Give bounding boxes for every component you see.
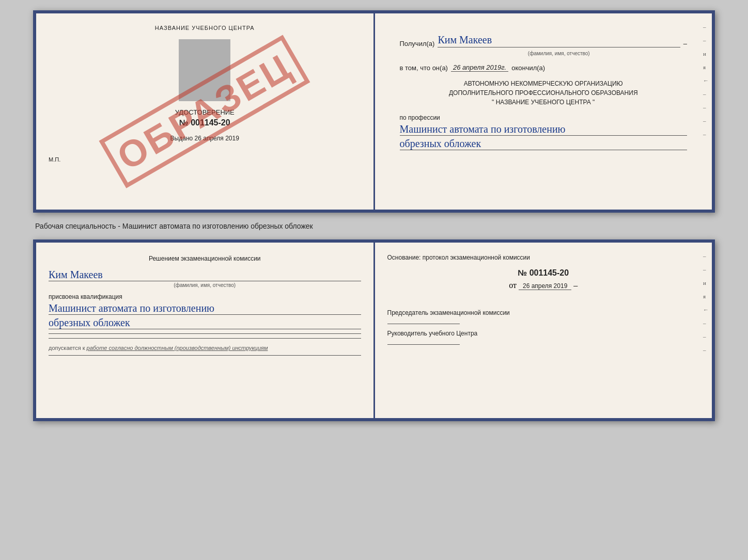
vb-mark-5: ← [703, 307, 709, 313]
recipient-dash: – [683, 40, 687, 47]
issued-label: Выдано [170, 135, 193, 142]
v-mark-9: – [703, 131, 709, 137]
chairman-label: Председатель экзаменационной комиссии [387, 309, 700, 317]
top-document: НАЗВАНИЕ УЧЕБНОГО ЦЕНТРА УДОСТОВЕРЕНИЕ №… [33, 10, 715, 213]
qualification-line2: обрезных обложек [49, 317, 361, 329]
protocol-date-wrapper: от 26 апреля 2019 – [387, 281, 700, 299]
fio-label-top: (фамилия, имя, отчество) [431, 51, 688, 56]
date-value: 26 апреля 2019г. [451, 63, 508, 72]
date-prefix: от [509, 281, 517, 290]
recipient-name: Ким Макеев [438, 34, 680, 47]
decision-label: Решением экзаменационной комиссии [49, 254, 361, 264]
vertical-marks: – – и я ← – – – – [703, 24, 709, 137]
vb-mark-2: – [703, 266, 709, 273]
v-mark-1: – [703, 24, 709, 30]
cert-stamp: М.П. [49, 156, 361, 163]
cert-subtitle: УДОСТОВЕРЕНИЕ [49, 108, 361, 116]
fio-label-bottom: (фамилия, имя, отчество) [49, 282, 361, 288]
profession-line1: Машинист автомата по изготовлению [400, 123, 688, 136]
org-line3: " НАЗВАНИЕ УЧЕБНОГО ЦЕНТРА " [400, 98, 688, 107]
photo-placeholder [179, 39, 230, 101]
vb-mark-8: – [703, 347, 709, 353]
top-left-page: НАЗВАНИЕ УЧЕБНОГО ЦЕНТРА УДОСТОВЕРЕНИЕ №… [36, 13, 375, 210]
vb-mark-6: – [703, 320, 709, 326]
profession-line2: обрезных обложек [400, 138, 688, 150]
in-that-label: в том, что он(а) [400, 64, 448, 72]
dash-right: – [573, 281, 578, 290]
top-right-content: Получил(а) Ким Макеев – (фамилия, имя, о… [387, 25, 700, 158]
cert-school-name: НАЗВАНИЕ УЧЕБНОГО ЦЕНТРА [49, 25, 361, 31]
recipient-label: Получил(а) [400, 40, 435, 47]
org-line1: АВТОНОМНУЮ НЕКОММЕРЧЕСКУЮ ОРГАНИЗАЦИЮ [400, 79, 688, 88]
finished-label: окончил(а) [511, 64, 545, 72]
protocol-number: № 001145-20 [387, 268, 700, 278]
vb-mark-4: я [703, 293, 709, 299]
person-name: Ким Макеев [49, 269, 361, 281]
basis-text: Основание: протокол экзаменационной коми… [387, 254, 700, 261]
issued-date: 26 апреля 2019 [195, 135, 239, 142]
vb-mark-1: – [703, 253, 709, 259]
qualification-line1: Машинист автомата по изготовлению [49, 302, 361, 315]
protocol-date: 26 апреля 2019 [519, 282, 571, 290]
v-mark-2: – [703, 37, 709, 43]
bottom-left-page: Решением экзаменационной комиссии Ким Ма… [36, 243, 375, 418]
separator-label: Рабочая специальность - Машинист автомат… [33, 222, 715, 230]
v-mark-5: ← [703, 77, 709, 84]
assigned-label: присвоена квалификация [49, 293, 361, 300]
director-label: Руководитель учебного Центра [387, 329, 700, 338]
v-mark-7: – [703, 104, 709, 110]
allowed-text: допускается к работе согласно должностны… [49, 345, 361, 351]
blank-line-3 [49, 355, 361, 356]
bottom-document: Решением экзаменационной комиссии Ким Ма… [33, 239, 715, 421]
director-signature-line [387, 344, 460, 345]
recipient-line: Получил(а) Ким Макеев – [400, 34, 688, 47]
org-line2: ДОПОЛНИТЕЛЬНОГО ПРОФЕССИОНАЛЬНОГО ОБРАЗО… [400, 88, 688, 98]
org-block: АВТОНОМНУЮ НЕКОММЕРЧЕСКУЮ ОРГАНИЗАЦИЮ ДО… [400, 79, 688, 107]
vb-mark-7: – [703, 333, 709, 340]
profession-label: по профессии [400, 114, 688, 121]
v-mark-4: я [703, 64, 709, 70]
cert-issued: Выдано 26 апреля 2019 [49, 135, 361, 142]
bottom-right-page: Основание: протокол экзаменационной коми… [375, 243, 712, 418]
chairman-signature-line [387, 324, 460, 324]
v-mark-3: и [703, 51, 709, 57]
blank-line-1 [49, 333, 361, 334]
in-that-line: в том, что он(а) 26 апреля 2019г. окончи… [400, 63, 688, 72]
allowed-underline: работе согласно должностным (производств… [87, 345, 268, 351]
cert-number: № 001145-20 [49, 118, 361, 127]
vertical-marks-bottom: – – и я ← – – – [703, 253, 709, 353]
blank-line-2 [49, 338, 361, 339]
v-mark-6: – [703, 91, 709, 97]
top-right-page: Получил(а) Ким Макеев – (фамилия, имя, о… [375, 13, 712, 210]
allowed-prefix: допускается к [49, 345, 85, 351]
v-mark-8: – [703, 118, 709, 124]
vb-mark-3: и [703, 280, 709, 286]
